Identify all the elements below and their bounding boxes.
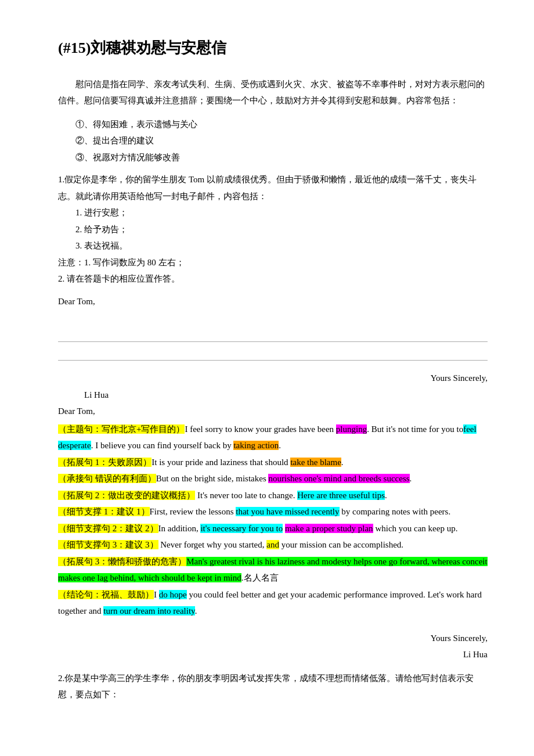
- task1-item-3: 3. 表达祝福。: [75, 237, 488, 254]
- list-item-3: ③、祝愿对方情况能够改善: [75, 149, 488, 166]
- sentence-7: （细节支撑句 3：建议 3） Never forget why you star…: [58, 537, 488, 553]
- word-dream-reality: turn our dream into reality: [103, 606, 194, 615]
- sentence2-content: It is your pride and laziness that shoul…: [151, 458, 290, 467]
- word-plunging: plunging: [336, 424, 367, 434]
- sentence8-end: .名人名言: [241, 573, 279, 582]
- sentence-5: （细节支撑 1：建议 1）First, review the lessons t…: [58, 503, 488, 520]
- label-tuozhan3: （拓展句 3：懒惰和骄傲的危害）: [58, 557, 186, 566]
- task1-dear: Dear Tom,: [58, 293, 488, 310]
- sentence6-before: In addition,: [158, 524, 201, 533]
- intro-paragraph: 慰问信是指在同学、亲友考试失利、生病、受伤或遇到火灾、水灾、被盗等不幸事件时，对…: [58, 76, 488, 109]
- sentence-6: （细节支撑句 2：建议 2）In addition, it's necessar…: [58, 520, 488, 537]
- closing-sincerely-2: Yours Sincerely,: [58, 630, 488, 647]
- word-necessary: it's necessary for you to: [200, 524, 283, 533]
- task1-note2: 2. 请在答题卡的相应位置作答。: [58, 271, 488, 287]
- word-nourishes: nourishes one's mind and breeds success: [268, 474, 409, 483]
- closing-name-2: Li Hua: [58, 646, 488, 663]
- sentence-9: （结论句：祝福、鼓励）I do hope you could feel bett…: [58, 586, 488, 620]
- word-taking-action: taking action: [233, 441, 279, 450]
- label-xijie3: （细节支撑句 3：建议 3）: [58, 540, 158, 549]
- task1-prompt: 1.假定你是李华，你的留学生朋友 Tom 以前成绩很优秀。但由于骄傲和懒惰，最近…: [58, 171, 488, 204]
- sentence-2: （拓展句 1：失败原因）It is your pride and lazines…: [58, 454, 488, 471]
- sentence9-end: .: [195, 606, 197, 615]
- sentence-1: （主题句：写作北京+写作目的）I feel sorry to know your…: [58, 421, 488, 454]
- label-xijie2: （细节支撑句 2：建议 2）: [58, 524, 158, 533]
- sentence1-period: .: [279, 441, 281, 450]
- sentence1-text-before: I feel sorry to know your grades have be…: [185, 424, 335, 434]
- label-chengjie: （承接句 错误的有利面）: [58, 474, 156, 483]
- divider-1: [58, 326, 488, 342]
- label-xijie1: （细节支撑 1：建议 1）: [58, 507, 150, 516]
- sentence4-content: It's never too late to change.: [195, 491, 297, 500]
- word-and: and: [266, 540, 279, 549]
- word-missed-recently: that you have missed recently: [236, 507, 339, 516]
- list-item-1: ①、得知困难，表示遗憾与关心: [75, 116, 488, 133]
- sentence5-before: First, review the lessons: [150, 507, 236, 516]
- list-item-2: ②、提出合理的建议: [75, 132, 488, 149]
- closing-sincerely-1: Yours Sincerely,: [58, 370, 488, 387]
- letter-body: Dear Tom, （主题句：写作北京+写作目的）I feel sorry to…: [58, 403, 488, 620]
- closing-lihua-1: Li Hua: [84, 387, 488, 404]
- sentence4-end: .: [385, 491, 387, 500]
- sentence-4: （拓展句 2：做出改变的建议概括） It's never too late to…: [58, 487, 488, 504]
- word-study-plan: make a proper study plan: [285, 524, 373, 533]
- sentence1-bridge: . I believe you can find yourself back b…: [91, 441, 234, 450]
- word-three-tips: Here are three useful tips: [297, 491, 385, 500]
- label-tuozhan2: （拓展句 2：做出改变的建议概括）: [58, 491, 195, 500]
- word-do-hope: do hope: [159, 590, 187, 599]
- task1-item-2: 2. 给予劝告；: [75, 221, 488, 238]
- sentence1-rest: . But it's not time for you to: [367, 424, 463, 434]
- sentence6-after: which you can keep up.: [373, 524, 458, 533]
- word-take-blame: take the blame: [290, 458, 341, 467]
- page-title: (#15)刘穗祺劝慰与安慰信: [58, 35, 488, 62]
- intro-list: ①、得知困难，表示遗憾与关心 ②、提出合理的建议 ③、祝愿对方情况能够改善: [58, 116, 488, 166]
- task2-text: 2.你是某中学高三的学生李华，你的朋友李明因考试发挥失常，成绩不理想而情绪低落。…: [58, 670, 488, 703]
- label-zhutiju: （主题句：写作北京+写作目的）: [58, 424, 185, 434]
- task1-note1: 注意：1. 写作词数应为 80 左右；: [58, 254, 488, 271]
- sentence2-end: .: [341, 458, 344, 467]
- label-jielun: （结论句：祝福、鼓励）: [58, 590, 154, 599]
- sentence-8: （拓展句 3：懒惰和骄傲的危害）Man's greatest rival is …: [58, 553, 488, 586]
- label-tuozhan1: （拓展句 1：失败原因）: [58, 458, 151, 467]
- sentence5-after: by comparing notes with peers.: [340, 507, 451, 516]
- sentence7-before: Never forget why you started,: [158, 540, 267, 549]
- sentence3-content: But on the bright side, mistakes: [156, 474, 269, 483]
- divider-2: [58, 344, 488, 361]
- sentence-3: （承接句 错误的有利面）But on the bright side, mist…: [58, 470, 488, 487]
- sentence7-after: your mission can be accomplished.: [279, 540, 403, 549]
- sentence9-before: I: [154, 590, 159, 599]
- task1-item-1: 1. 进行安慰；: [75, 204, 488, 221]
- sentence3-end: .: [410, 474, 412, 483]
- letter-dear: Dear Tom,: [58, 403, 488, 420]
